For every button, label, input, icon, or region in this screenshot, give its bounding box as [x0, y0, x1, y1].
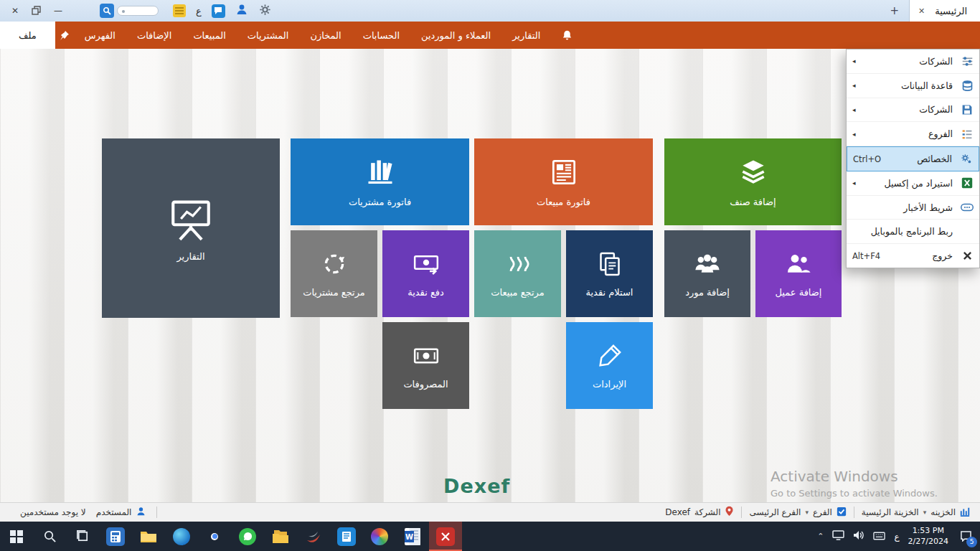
tile-purchase-invoice[interactable]: فاتورة مشتريات: [291, 138, 469, 225]
tile-cash-receipt[interactable]: استلام نقدية: [566, 230, 653, 317]
user-indicator[interactable]: المستخدم: [96, 506, 147, 519]
layers-icon: [738, 156, 769, 188]
menu-item-news-ticker[interactable]: شريط الأخبار: [847, 196, 979, 220]
start-button[interactable]: [0, 522, 33, 551]
submenu-arrow-icon: ◂: [852, 82, 856, 89]
quick-search-input[interactable]: [117, 6, 159, 16]
excel-icon: [958, 175, 976, 191]
tile-add-supplier[interactable]: إضافة مورد: [664, 230, 750, 317]
save-icon: [958, 102, 976, 118]
tile-purchase-return[interactable]: مرتجع مشتريات: [291, 230, 377, 317]
app-dexef-active-icon[interactable]: [429, 522, 462, 551]
task-view-icon[interactable]: [66, 522, 99, 551]
menu-file[interactable]: ملف: [0, 22, 55, 49]
menu-index[interactable]: الفهرس: [74, 22, 126, 49]
volume-icon[interactable]: [853, 529, 864, 543]
menu-reports[interactable]: التقارير: [501, 22, 551, 49]
tile-sales-return[interactable]: مرتجع مبيعات: [474, 230, 561, 317]
tile-revenues[interactable]: الإيرادات: [566, 322, 653, 409]
separator: [156, 507, 157, 518]
cash-pay-icon: [412, 250, 440, 278]
menu-item-companies-save[interactable]: الشركات ◂: [847, 98, 979, 123]
clock[interactable]: 1:53 PM 2/27/2024: [908, 526, 948, 547]
tile-expenses[interactable]: المصروفات: [382, 322, 469, 409]
tabstrip: + ✕ الرئيسية: [880, 0, 980, 22]
chat-icon[interactable]: [212, 4, 225, 18]
exit-icon: [958, 248, 976, 264]
notification-center-icon[interactable]: 5: [957, 529, 973, 545]
tab-home[interactable]: ✕ الرئيسية: [909, 0, 980, 22]
app-sphere-icon[interactable]: [363, 522, 396, 551]
menu-item-import-excel[interactable]: استيراد من إكسيل ◂: [847, 171, 979, 196]
company-indicator[interactable]: الشركة Dexef: [665, 506, 734, 519]
taskbar-search-icon[interactable]: [33, 522, 66, 551]
new-tab-button[interactable]: +: [880, 4, 909, 17]
caret-down-icon: ▾: [923, 509, 927, 516]
tile-add-customer[interactable]: إضافة عميل: [755, 230, 842, 317]
tile-add-item[interactable]: إضافة صنف: [664, 138, 842, 225]
app-calculator-icon[interactable]: [99, 522, 132, 551]
invoice-icon: [548, 156, 580, 188]
books-icon: [364, 156, 396, 188]
menu-accounts[interactable]: الحسابات: [352, 22, 410, 49]
chrome-icon[interactable]: [198, 522, 231, 551]
file-menu-dropdown: الشركات ◂ قاعدة البيانات ◂ الشركات ◂ الف…: [846, 49, 980, 268]
close-window-icon[interactable]: ✕: [11, 6, 19, 16]
menu-sales[interactable]: المبيعات: [182, 22, 236, 49]
menu-purchases[interactable]: المشتريات: [237, 22, 300, 49]
tile-label: دفع نقدية: [407, 287, 444, 298]
user-icon[interactable]: [235, 3, 248, 19]
separator: [854, 507, 854, 518]
submenu-arrow-icon: ◂: [852, 106, 856, 113]
display-icon[interactable]: [832, 529, 844, 543]
branch-selector[interactable]: الفرع ▾ الفرع الرئيسى: [749, 507, 846, 519]
tab-close-icon[interactable]: ✕: [918, 6, 925, 16]
menu-item-properties[interactable]: الخصائص Ctrl+O: [847, 146, 979, 171]
minimize-window-icon[interactable]: —: [54, 6, 62, 16]
main-area: التقارير فاتورة مشتريات فاتورة مبيعات إض…: [0, 49, 980, 502]
notification-badge: 5: [966, 537, 977, 547]
menu-clients-suppliers[interactable]: العملاء و الموردين: [410, 22, 501, 49]
search-icon[interactable]: [100, 4, 114, 18]
clock-date: 2/27/2024: [908, 537, 948, 547]
menu-addons[interactable]: الإضافات: [126, 22, 182, 49]
file-explorer-icon[interactable]: [132, 522, 165, 551]
menu-item-database[interactable]: قاعدة البيانات ◂: [847, 74, 979, 98]
tile-label: استلام نقدية: [586, 287, 633, 298]
pencil-tag-icon: [595, 342, 624, 370]
tray-expand-icon[interactable]: ⌃: [817, 532, 824, 541]
folders-icon[interactable]: [264, 522, 297, 551]
taskbar: W ⌃ ع 1:53 PM 2/27/2024 5: [0, 522, 980, 551]
notes-icon[interactable]: [173, 4, 186, 17]
keyboard-icon[interactable]: [873, 529, 885, 543]
tab-home-label: الرئيسية: [935, 6, 967, 17]
whatsapp-icon[interactable]: [231, 522, 264, 551]
tray-language[interactable]: ع: [894, 532, 899, 542]
gear-icon[interactable]: [258, 3, 272, 19]
shortcut-label: Ctrl+O: [853, 154, 881, 164]
app-dexef-wing-icon[interactable]: [297, 522, 330, 551]
system-tray: ⌃ ع 1:53 PM 2/27/2024 5: [817, 526, 980, 547]
menu-stores[interactable]: المخازن: [299, 22, 352, 49]
tile-sales-invoice[interactable]: فاتورة مبيعات: [474, 138, 653, 225]
svg-text:W: W: [405, 533, 413, 541]
tile-label: فاتورة مبيعات: [537, 197, 590, 207]
menu-item-branches[interactable]: الفروع ◂: [847, 122, 979, 146]
menu-item-exit[interactable]: خروج Alt+F4: [847, 244, 979, 268]
menu-item-companies[interactable]: الشركات ◂: [847, 50, 979, 74]
bell-icon[interactable]: [551, 22, 583, 49]
menu-item-link-mobile[interactable]: ربط البرنامج بالموبايل: [847, 220, 979, 244]
edge-icon[interactable]: [165, 522, 198, 551]
no-users-text: لا يوجد مستخدمين: [20, 507, 86, 517]
tile-cash-payment[interactable]: دفع نقدية: [382, 230, 469, 317]
restore-window-icon[interactable]: [32, 4, 41, 18]
treasury-selector[interactable]: الخزينه ▾ الخزينة الرئيسية: [862, 507, 970, 519]
word-icon[interactable]: W: [396, 522, 429, 551]
separator: [741, 507, 742, 518]
menubar: ملف الفهرس الإضافات المبيعات المشتريات ا…: [0, 22, 980, 49]
return-cycle-icon: [320, 250, 349, 278]
pin-icon[interactable]: [55, 22, 74, 49]
app-blue-doc-icon[interactable]: [330, 522, 363, 551]
language-toggle[interactable]: ع: [196, 6, 202, 17]
tile-reports[interactable]: التقارير: [102, 138, 280, 318]
